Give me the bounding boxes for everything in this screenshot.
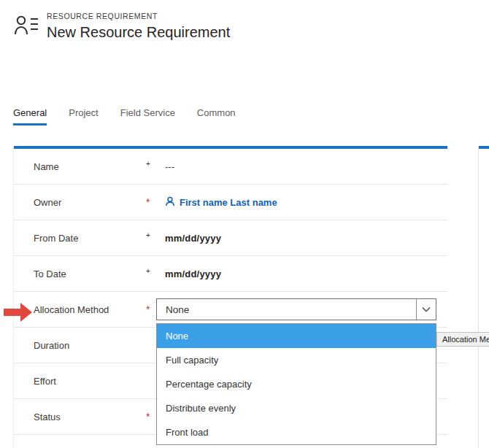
recommended-marker: + (146, 267, 156, 275)
card-accent-bar (479, 146, 489, 149)
from-date-label: From Date (34, 233, 146, 244)
resource-requirement-icon (13, 13, 39, 41)
dropdown-option-front-load[interactable]: Front load (157, 420, 436, 444)
page-title: New Resource Requirement (47, 23, 230, 42)
effort-label: Effort (34, 376, 146, 387)
field-row-name: Name + --- (14, 149, 447, 185)
record-header: RESOURCE REQUIREMENT New Resource Requir… (13, 12, 230, 42)
tab-field-service[interactable]: Field Service (120, 107, 175, 125)
field-row-to-date: To Date + mm/dd/yyyy (14, 256, 447, 292)
red-arrow-annotation (4, 302, 33, 325)
name-value[interactable]: --- (156, 161, 447, 172)
allocation-method-value: None (156, 298, 447, 320)
required-marker: * (146, 411, 156, 422)
field-row-allocation-method: Allocation Method * None (14, 292, 447, 328)
from-date-value[interactable]: mm/dd/yyyy (156, 233, 447, 244)
entity-type-label: RESOURCE REQUIREMENT (47, 12, 230, 20)
dropdown-option-full-capacity[interactable]: Full capacity (157, 348, 436, 372)
field-row-owner: Owner * First name Last name (14, 185, 447, 220)
form-tabs: General Project Field Service Common (13, 107, 236, 125)
status-label: Status (34, 412, 146, 422)
tab-project[interactable]: Project (69, 107, 98, 125)
allocation-method-dropdown-list: None Full capacity Percentage capacity D… (156, 323, 436, 445)
allocation-method-tooltip: Allocation Me (436, 332, 489, 347)
duration-label: Duration (34, 340, 146, 351)
name-label: Name (34, 161, 146, 172)
tab-common[interactable]: Common (197, 107, 236, 125)
allocation-method-label: Allocation Method (34, 304, 146, 315)
field-row-from-date: From Date + mm/dd/yyyy (14, 220, 447, 256)
required-marker: * (146, 304, 156, 315)
form-card: Name + --- Owner * First name Last name … (13, 146, 447, 448)
allocation-method-select[interactable]: None (156, 298, 436, 320)
secondary-card-sliver (478, 146, 489, 448)
recommended-marker: + (146, 231, 156, 239)
dropdown-option-distribute-evenly[interactable]: Distribute evenly (157, 396, 436, 420)
person-icon (165, 196, 175, 209)
select-selected-value: None (157, 304, 189, 315)
owner-label: Owner (34, 197, 146, 208)
recommended-marker: + (146, 160, 156, 168)
owner-value: First name Last name (180, 197, 277, 208)
dropdown-option-percentage-capacity[interactable]: Percentage capacity (157, 372, 436, 396)
dropdown-option-none[interactable]: None (157, 324, 436, 348)
required-marker: * (146, 196, 156, 208)
page: RESOURCE REQUIREMENT New Resource Requir… (0, 0, 489, 448)
chevron-down-icon[interactable] (416, 299, 436, 320)
to-date-label: To Date (34, 269, 146, 279)
to-date-value[interactable]: mm/dd/yyyy (156, 269, 447, 279)
tab-general[interactable]: General (13, 107, 47, 125)
owner-lookup[interactable]: First name Last name (156, 196, 447, 209)
